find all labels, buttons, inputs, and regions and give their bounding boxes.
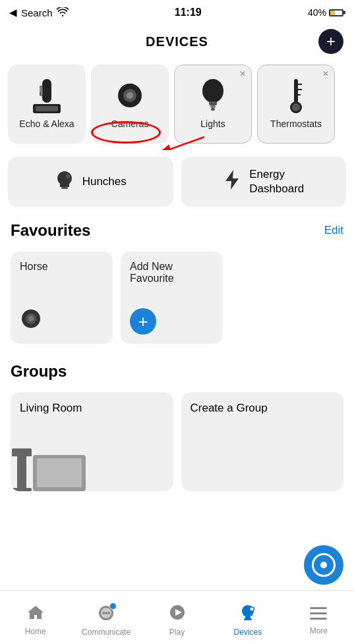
horse-title: Horse xyxy=(20,261,103,273)
home-icon xyxy=(27,604,44,624)
status-bar: ◀ Search 11:19 40% xyxy=(0,0,354,25)
page-title: DEVICES xyxy=(146,34,208,49)
living-room-illustration xyxy=(11,432,173,491)
communicate-icon xyxy=(98,604,115,625)
svg-point-31 xyxy=(105,612,107,614)
nav-home[interactable]: Home xyxy=(0,599,71,636)
play-label: Play xyxy=(169,628,185,637)
create-group-title: Create a Group xyxy=(191,402,268,414)
horse-icon xyxy=(20,308,103,335)
status-time: 11:19 xyxy=(175,7,202,18)
devices-label: Devices xyxy=(234,628,262,637)
energy-label: EnergyDashboard xyxy=(249,167,304,196)
thermostats-icon-area xyxy=(279,79,313,113)
svg-point-23 xyxy=(66,174,70,178)
groups-header: Groups xyxy=(11,362,343,381)
create-group[interactable]: Create a Group xyxy=(181,392,344,491)
lamp-icon xyxy=(17,455,26,491)
play-icon xyxy=(169,604,186,625)
thermostats-label: Thermostats xyxy=(270,119,322,129)
plus-icon: + xyxy=(326,32,336,51)
energy-dashboard-button[interactable]: EnergyDashboard xyxy=(181,157,347,207)
back-arrow: ◀ xyxy=(9,7,17,18)
svg-rect-13 xyxy=(211,108,215,111)
svg-rect-36 xyxy=(244,618,252,620)
energy-icon xyxy=(223,169,241,195)
add-device-button[interactable]: + xyxy=(318,29,343,54)
category-echo[interactable]: Echo & Alexa xyxy=(8,65,86,144)
svg-point-27 xyxy=(28,316,34,321)
echo-label: Echo & Alexa xyxy=(19,119,74,129)
svg-point-32 xyxy=(107,612,110,614)
communicate-label: Communicate xyxy=(82,628,131,637)
svg-rect-0 xyxy=(42,79,51,103)
cameras-icon-area xyxy=(113,79,147,113)
svg-rect-12 xyxy=(210,105,216,108)
echo-icon-area xyxy=(30,79,64,113)
favourite-horse[interactable]: Horse xyxy=(11,252,113,344)
edit-favourites-button[interactable]: Edit xyxy=(324,224,343,237)
battery-icon xyxy=(329,9,345,16)
battery-percent: 40% xyxy=(308,7,326,18)
hunches-icon xyxy=(55,170,74,194)
add-new-title: Add New Favourite xyxy=(130,261,214,284)
thermostats-close[interactable]: ✕ xyxy=(322,69,329,78)
svg-rect-22 xyxy=(61,187,68,189)
svg-rect-5 xyxy=(36,106,58,111)
add-plus-icon: + xyxy=(138,313,148,330)
quick-actions-row: Hunches EnergyDashboard xyxy=(0,150,354,213)
favourites-grid: Horse Add New Favourite + xyxy=(0,252,354,344)
svg-point-38 xyxy=(250,607,253,610)
svg-rect-14 xyxy=(294,79,298,103)
status-right: 40% xyxy=(308,7,345,18)
category-thermostats[interactable]: ✕ Thermostats xyxy=(257,65,335,144)
search-text[interactable]: Search xyxy=(21,7,53,18)
favourites-header: Favourites Edit xyxy=(11,221,343,240)
lights-close[interactable]: ✕ xyxy=(239,69,246,78)
wifi-icon xyxy=(57,7,69,18)
groups-section: Groups xyxy=(0,354,354,392)
favourites-title: Favourites xyxy=(11,221,90,240)
add-new-favourite[interactable]: Add New Favourite + xyxy=(121,252,223,344)
living-room-title: Living Room xyxy=(20,402,82,414)
favourites-section: Favourites Edit xyxy=(0,213,354,252)
lights-icon-area xyxy=(196,79,230,113)
hunches-button[interactable]: Hunches xyxy=(8,157,173,207)
nav-play[interactable]: Play xyxy=(142,599,212,637)
svg-marker-24 xyxy=(225,170,239,190)
svg-rect-11 xyxy=(209,101,217,105)
nav-communicate[interactable]: Communicate xyxy=(71,599,141,637)
tv-icon xyxy=(33,455,86,491)
group-living-room[interactable]: Living Room xyxy=(11,392,173,491)
svg-rect-40 xyxy=(310,612,327,614)
nav-devices[interactable]: Devices xyxy=(212,599,283,637)
lights-label: Lights xyxy=(200,119,225,129)
category-lights[interactable]: ✕ Lights xyxy=(174,65,252,144)
add-favourite-button[interactable]: + xyxy=(130,308,156,335)
cameras-label: Cameras xyxy=(111,119,149,129)
home-label: Home xyxy=(25,627,46,636)
nav-more[interactable]: More xyxy=(283,600,354,635)
svg-point-16 xyxy=(292,103,300,111)
alexa-fab-button[interactable] xyxy=(304,545,343,585)
groups-grid: Living Room Create a Group xyxy=(0,392,354,491)
svg-rect-2 xyxy=(40,87,41,92)
hunches-label: Hunches xyxy=(82,175,127,188)
alexa-ring xyxy=(312,553,336,577)
category-cameras[interactable]: Cameras xyxy=(91,65,169,144)
devices-icon xyxy=(239,604,257,625)
alexa-dot xyxy=(320,562,327,568)
svg-rect-39 xyxy=(310,607,327,609)
more-label: More xyxy=(310,626,328,635)
page-header: DEVICES + xyxy=(0,25,354,58)
bottom-nav: Home Communicate Play xyxy=(0,590,354,644)
svg-rect-9 xyxy=(127,84,133,87)
svg-point-8 xyxy=(127,92,133,99)
svg-rect-41 xyxy=(310,618,327,620)
groups-title: Groups xyxy=(11,362,67,381)
svg-point-30 xyxy=(102,612,105,614)
svg-rect-3 xyxy=(41,86,42,96)
status-left: ◀ Search xyxy=(9,7,69,18)
more-icon xyxy=(310,605,327,624)
categories-row: Echo & Alexa Cameras ✕ Lights ✕ xyxy=(0,58,354,150)
